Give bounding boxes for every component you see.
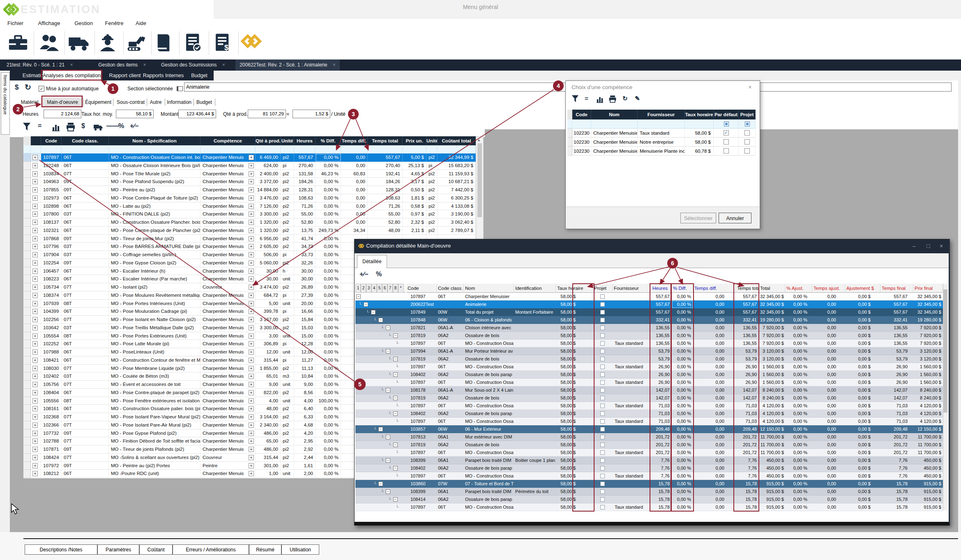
bar-chart-icon[interactable] — [52, 122, 60, 133]
competence-picker-button[interactable]: + — [249, 422, 254, 428]
dialog-filter-cell[interactable] — [591, 119, 638, 129]
expand-row-button[interactable]: + — [32, 211, 38, 217]
equals-icon[interactable]: = — [585, 95, 588, 102]
row-header[interactable] — [23, 445, 31, 454]
expand-row-button[interactable]: + — [32, 155, 38, 160]
checkbox-projet[interactable] — [744, 148, 750, 154]
row-header[interactable] — [23, 227, 31, 235]
expand-row-button[interactable]: + — [32, 204, 38, 209]
filter-cell[interactable] — [256, 145, 281, 154]
row-header[interactable] — [23, 372, 31, 381]
checkbox-pardef[interactable] — [724, 139, 729, 145]
tree-collapse-button[interactable]: − — [393, 466, 398, 470]
document-dollar-icon[interactable]: $ — [209, 32, 237, 54]
close-icon[interactable]: × — [222, 62, 225, 68]
competence-picker-button[interactable]: + — [249, 187, 254, 193]
tree-collapse-button[interactable]: − — [378, 318, 383, 322]
row-header[interactable] — [23, 316, 31, 324]
expand-row-button[interactable]: + — [32, 374, 38, 379]
tree-collapse-button[interactable]: − — [393, 443, 398, 447]
column-header-cout[interactable]: Coûtant total — [438, 136, 476, 145]
tree-collapse-button[interactable]: − — [356, 294, 361, 299]
row-header[interactable] — [23, 267, 31, 275]
expand-row-button[interactable]: + — [32, 463, 38, 468]
filter-cell[interactable] — [316, 145, 341, 154]
menu-item-gestion[interactable]: Gestion — [74, 20, 93, 26]
competence-picker-button[interactable]: + — [249, 179, 254, 184]
competence-picker-button[interactable]: + — [249, 252, 254, 257]
competence-picker-button[interactable]: + — [249, 406, 254, 411]
tree-collapse-button[interactable]: − — [378, 427, 383, 431]
row-header[interactable] — [23, 470, 31, 478]
row-header[interactable] — [23, 235, 31, 243]
expand-row-button[interactable]: + — [32, 422, 38, 428]
dialog-column-header[interactable]: Par défaut — [714, 110, 739, 119]
competence-picker-button[interactable]: + — [249, 276, 254, 282]
column-header-pdiff[interactable]: % Diff. — [316, 136, 341, 145]
expand-row-button[interactable]: + — [32, 293, 38, 298]
competence-picker-button[interactable]: + — [249, 211, 254, 217]
menu-item-fentre[interactable]: Fenêtre — [105, 20, 124, 26]
excavator-icon[interactable] — [122, 32, 150, 54]
tree-collapse-button[interactable]: − — [386, 349, 390, 353]
dialog-column-header[interactable]: Fournisseur — [638, 110, 685, 119]
tree-collapse-button[interactable]: − — [393, 497, 398, 502]
bottom-tab-6[interactable]: Utilisation — [281, 544, 319, 555]
tree-collapse-button[interactable]: − — [393, 372, 398, 377]
competence-picker-button[interactable]: + — [249, 325, 254, 330]
competence-picker-button[interactable]: + — [249, 269, 254, 274]
column-header-nom[interactable]: Nom - Spécification — [109, 136, 200, 145]
filter-cell[interactable] — [23, 145, 31, 154]
column-header-code[interactable]: Code — [41, 136, 62, 145]
competence-picker-button[interactable]: + — [249, 374, 254, 379]
column-header-tdiff[interactable]: Temps diff. — [341, 136, 368, 145]
level-button-7[interactable]: 7 — [387, 284, 393, 293]
checkbox-projet[interactable] — [744, 130, 750, 135]
level-button-6[interactable]: 6 — [382, 284, 387, 293]
mdi-tab[interactable]: 21test: Rév. 0 - Scé. 1 : 21 × — [2, 60, 77, 71]
expand-row-button[interactable]: + — [32, 317, 38, 322]
pin-icon[interactable] — [177, 86, 183, 91]
tree-collapse-button[interactable]: − — [364, 302, 368, 307]
dialog-column-header[interactable]: Projet — [739, 110, 756, 119]
expand-row-button[interactable]: + — [32, 301, 38, 306]
row-header[interactable] — [23, 218, 31, 227]
detail-column-header-pdiff[interactable]: % Diff. — [672, 284, 693, 293]
competence-picker-button[interactable]: + — [249, 309, 254, 314]
expand-row-button[interactable]: + — [32, 358, 38, 363]
competence-picker-button[interactable]: + — [249, 438, 254, 444]
projet-checkbox[interactable] — [600, 505, 605, 510]
filter-cell[interactable] — [403, 145, 426, 154]
level-button-8[interactable]: 8 — [393, 284, 398, 293]
tree-collapse-button[interactable]: − — [393, 396, 398, 400]
cancel-button[interactable]: Annuler — [719, 213, 751, 223]
competence-picker-button[interactable]: + — [249, 301, 254, 306]
competence-picker-button[interactable]: + — [249, 390, 254, 395]
checkbox-pardef[interactable] — [724, 148, 729, 154]
detail-column-header-tajust[interactable]: Temps ajust. — [812, 284, 845, 293]
projet-checkbox[interactable] — [600, 497, 605, 502]
row-header[interactable] — [23, 308, 31, 316]
menu-item-fichier[interactable]: Fichier — [7, 20, 23, 26]
row-header[interactable] — [23, 259, 31, 267]
competence-picker-button[interactable]: + — [249, 398, 254, 404]
brand-diamond-icon[interactable] — [237, 32, 265, 54]
projet-checkbox[interactable] — [600, 489, 605, 494]
tree-collapse-button[interactable]: − — [393, 411, 398, 416]
expand-row-button[interactable]: + — [32, 325, 38, 330]
competence-picker-button[interactable]: + — [249, 204, 254, 209]
detail-column-header-taux[interactable]: Taux horaire — [556, 284, 593, 293]
category-tab-4[interactable]: Sous-contrat — [116, 98, 145, 107]
competence-picker-button[interactable]: + — [249, 260, 254, 266]
level-button-3[interactable]: 3 — [366, 284, 371, 293]
plus-minus-icon[interactable]: +∕− — [130, 122, 138, 133]
filter-cell[interactable] — [341, 145, 368, 154]
row-header[interactable] — [23, 413, 31, 421]
row-header[interactable] — [23, 454, 31, 462]
catalog-icon[interactable] — [150, 32, 177, 54]
competence-picker-button[interactable]: + — [249, 285, 254, 290]
row-header[interactable] — [23, 283, 31, 291]
detail-column-header-nom[interactable]: Nom — [464, 284, 514, 293]
competence-picker-button[interactable]: + — [249, 220, 254, 225]
column-header-heures[interactable]: Heures — [294, 136, 316, 145]
